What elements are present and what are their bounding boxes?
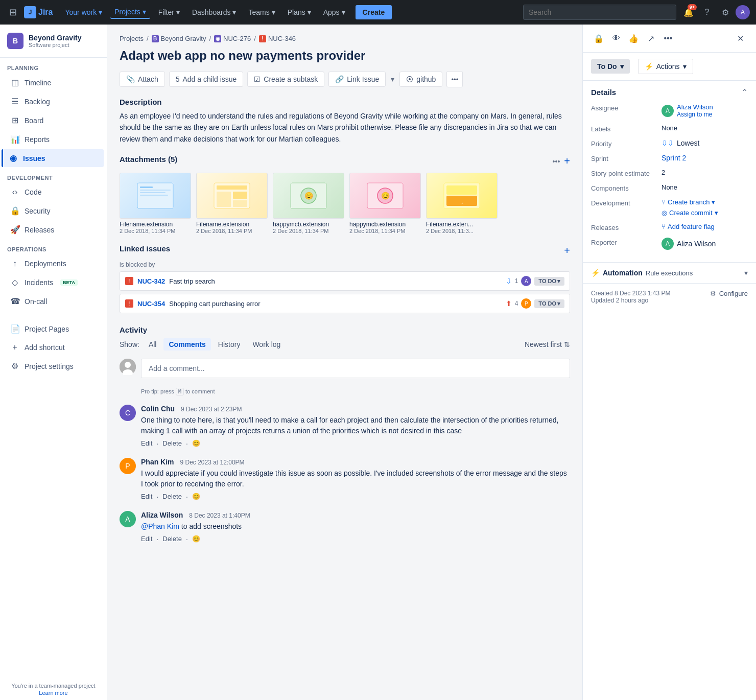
issue-toolbar: 📎 Attach 5 Add a child issue ☑ Create a … (120, 71, 570, 87)
configure-button[interactable]: ⚙ Configure (710, 290, 748, 297)
more-actions-button[interactable]: ••• (446, 71, 463, 87)
nav-projects[interactable]: Projects▾ (110, 6, 150, 19)
actions-button[interactable]: ⚡ Actions ▾ (638, 59, 693, 74)
sidebar-item-oncall[interactable]: ☎On-call (3, 292, 104, 310)
attachment-thumb[interactable]: → (426, 173, 498, 219)
details-toggle-button[interactable]: ⌃ (741, 87, 748, 97)
sidebar-item-security[interactable]: 🔒Security (3, 202, 104, 220)
components-value: None (662, 183, 748, 191)
like-icon-button[interactable]: 👍 (626, 31, 641, 46)
delete-comment-button[interactable]: Delete (162, 493, 182, 501)
nav-apps[interactable]: Apps▾ (319, 6, 349, 18)
issue-key[interactable]: NUC-354 (137, 300, 165, 308)
create-subtask-button[interactable]: ☑ Create a subtask (247, 72, 324, 87)
sidebar-item-backlog[interactable]: ☰Backlog (3, 92, 104, 110)
sidebar-item-code[interactable]: ‹›Code (3, 183, 104, 201)
more-icon-button[interactable]: ••• (660, 31, 676, 46)
breadcrumb-projects[interactable]: Projects (120, 35, 144, 42)
project-type: Software project (29, 42, 81, 48)
notification-button[interactable]: 🔔9+ (680, 4, 697, 20)
attachment-thumb[interactable] (120, 173, 191, 219)
search-input[interactable] (523, 5, 676, 20)
sidebar-item-issues[interactable]: ◉Issues (2, 149, 104, 167)
create-branch-button[interactable]: ⑂ Create branch ▾ (662, 198, 718, 206)
nav-dashboards[interactable]: Dashboards▾ (188, 6, 241, 18)
toolbar-dropdown-arrow[interactable]: ▾ (391, 75, 394, 83)
github-button[interactable]: ⦿ github (399, 72, 442, 87)
user-avatar[interactable]: A (736, 5, 750, 19)
learn-more-link[interactable]: Learn more (7, 690, 100, 696)
breadcrumb-project-name[interactable]: Beyond Gravity (161, 35, 206, 42)
link-issue-button[interactable]: 🔗 Link Issue (328, 72, 386, 87)
sidebar-item-reports[interactable]: 📊Reports (3, 130, 104, 148)
tab-comments[interactable]: Comments (163, 338, 210, 351)
breadcrumb-parent[interactable]: ◉ NUC-276 (214, 35, 251, 42)
breadcrumb-project[interactable]: B Beyond Gravity (152, 35, 206, 42)
comment-author: Phan Kim (141, 458, 174, 466)
tab-all[interactable]: All (144, 338, 162, 351)
sidebar-item-project-settings[interactable]: ⚙Project settings (3, 357, 104, 375)
attachment-thumb[interactable]: 😊 (273, 173, 344, 219)
jira-logo[interactable]: J Jira (24, 6, 53, 18)
status-button[interactable]: To Do ▾ (591, 59, 630, 74)
attachment-date: 2 Dec 2018, 11:34 PM (196, 228, 268, 234)
nav-your-work[interactable]: Your work▾ (61, 6, 106, 18)
nav-filter[interactable]: Filter▾ (154, 6, 184, 18)
breadcrumb-parent-key[interactable]: NUC-276 (223, 35, 251, 42)
attachments-more-button[interactable]: ••• (553, 157, 560, 166)
sidebar-item-board[interactable]: ⊞Board (3, 111, 104, 129)
attachment-thumb[interactable]: 😊 (349, 173, 421, 219)
edit-comment-button[interactable]: Edit (141, 493, 152, 501)
attachment-thumb[interactable] (196, 173, 268, 219)
grid-icon[interactable]: ⊞ (6, 4, 20, 21)
status-badge[interactable]: TO DO▾ (534, 299, 564, 308)
svg-rect-6 (217, 185, 247, 190)
settings-button[interactable]: ⚙ (717, 4, 734, 20)
newest-first-button[interactable]: Newest first ⇅ (525, 340, 570, 348)
add-feature-flag-button[interactable]: ⑂ Add feature flag (662, 223, 715, 230)
react-button[interactable]: 😊 (192, 439, 200, 448)
react-button[interactable]: 😊 (192, 535, 200, 543)
comment-input[interactable]: Add a comment... (141, 359, 570, 378)
react-button[interactable]: 😊 (192, 493, 200, 501)
edit-comment-button[interactable]: Edit (141, 535, 152, 543)
delete-comment-button[interactable]: Delete (162, 439, 182, 448)
lock-icon-button[interactable]: 🔒 (591, 31, 606, 46)
assign-to-me-link[interactable]: Assign to me (677, 111, 713, 118)
sidebar-divider (0, 315, 107, 315)
beta-badge: BETA (60, 279, 78, 286)
share-icon-button[interactable]: ↗ (643, 31, 658, 46)
help-button[interactable]: ? (699, 4, 715, 20)
project-header: B Beyond Gravity Software project (0, 25, 107, 58)
tab-history[interactable]: History (213, 338, 246, 351)
sidebar-item-releases[interactable]: 🚀Releases (3, 221, 104, 239)
create-button[interactable]: Create (356, 5, 392, 19)
edit-comment-button[interactable]: Edit (141, 439, 152, 448)
assignee-name[interactable]: Aliza Wilson (677, 103, 713, 111)
watch-icon-button[interactable]: 👁 (608, 31, 624, 46)
sidebar-item-deployments[interactable]: ↑Deployments (3, 255, 104, 272)
close-panel-button[interactable]: ✕ (733, 31, 748, 46)
sidebar-item-project-pages[interactable]: 📄Project Pages (3, 320, 104, 338)
delete-comment-button[interactable]: Delete (162, 535, 182, 543)
sidebar-item-timeline[interactable]: ◫Timeline (3, 74, 104, 91)
nav-teams[interactable]: Teams▾ (244, 6, 279, 18)
nav-plans[interactable]: Plans▾ (284, 6, 315, 18)
sidebar-item-incidents[interactable]: ◇ Incidents BETA (3, 273, 104, 291)
issue-key[interactable]: NUC-342 (137, 277, 165, 285)
sidebar-item-add-shortcut[interactable]: +Add shortcut (3, 339, 104, 356)
commit-icon: ◎ (662, 209, 667, 217)
attachments-add-button[interactable]: + (564, 155, 570, 167)
app-layout: B Beyond Gravity Software project PLANNI… (0, 25, 756, 700)
created-text: Created 8 Dec 2023 1:43 PM (591, 290, 670, 297)
sprint-value[interactable]: Sprint 2 (662, 154, 686, 162)
create-commit-button[interactable]: ◎ Create commit ▾ (662, 209, 718, 217)
add-child-issue-button[interactable]: 5 Add a child issue (169, 72, 244, 87)
status-badge[interactable]: TO DO▾ (534, 277, 564, 286)
comment-actions: Edit · Delete · 😊 (141, 493, 570, 501)
attach-button[interactable]: 📎 Attach (120, 72, 165, 87)
comment-item: P Phan Kim 9 Dec 2023 at 12:00PM I would… (120, 458, 570, 501)
automation-header[interactable]: ⚡ Automation Rule executions ▾ (591, 269, 748, 277)
tab-worklog[interactable]: Work log (247, 338, 286, 351)
add-linked-issue-button[interactable]: + (564, 245, 570, 256)
